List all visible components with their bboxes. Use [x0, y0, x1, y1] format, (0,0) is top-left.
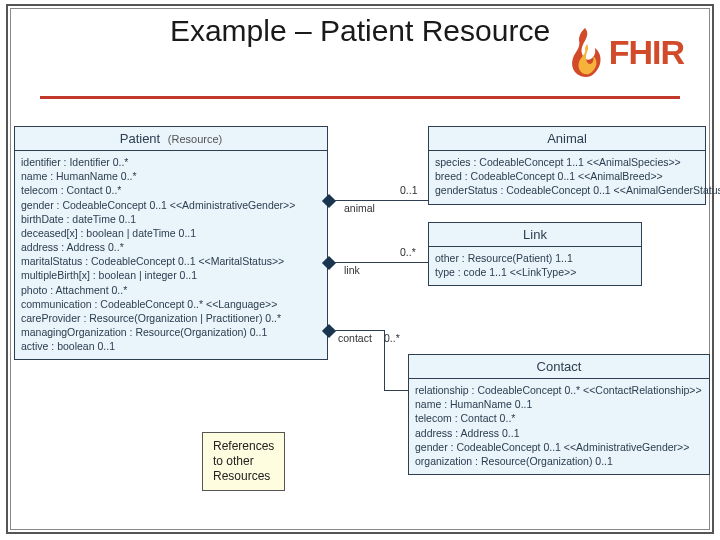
flame-icon — [567, 24, 607, 80]
uml-attr: managingOrganization : Resource(Organiza… — [21, 325, 321, 339]
uml-class-animal-title: Animal — [429, 127, 705, 151]
uml-attr: active : boolean 0..1 — [21, 339, 321, 353]
uml-attr: genderStatus : CodeableConcept 0..1 <<An… — [435, 183, 699, 197]
uml-class-contact-title: Contact — [409, 355, 709, 379]
callout-line: Resources — [213, 469, 274, 484]
uml-attr: gender : CodeableConcept 0..1 <<Administ… — [21, 198, 321, 212]
uml-attr: photo : Attachment 0..* — [21, 283, 321, 297]
edge-patient-animal-v — [428, 168, 429, 201]
uml-attr: maritalStatus : CodeableConcept 0..1 <<M… — [21, 254, 321, 268]
uml-class-patient: Patient (Resource) identifier : Identifi… — [14, 126, 328, 360]
callout-line: to other — [213, 454, 274, 469]
edge-role-link: link — [344, 264, 360, 276]
uml-attr: multipleBirth[x] : boolean | integer 0..… — [21, 268, 321, 282]
uml-class-patient-title: Patient (Resource) — [15, 127, 327, 151]
uml-attr: relationship : CodeableConcept 0..* <<Co… — [415, 383, 703, 397]
uml-attr: type : code 1..1 <<LinkType>> — [435, 265, 635, 279]
uml-class-contact-name: Contact — [537, 359, 582, 374]
fhir-logo-text: FHIR — [609, 33, 684, 72]
edge-mult-link: 0..* — [400, 246, 416, 258]
uml-attr: name : HumanName 0..* — [21, 169, 321, 183]
uml-class-link-title: Link — [429, 223, 641, 247]
uml-attr: gender : CodeableConcept 0..1 <<Administ… — [415, 440, 703, 454]
edge-patient-contact-h1 — [334, 330, 384, 331]
uml-attr: organization : Resource(Organization) 0.… — [415, 454, 703, 468]
uml-attr: birthDate : dateTime 0..1 — [21, 212, 321, 226]
edge-patient-link — [334, 262, 428, 263]
uml-class-contact-body: relationship : CodeableConcept 0..* <<Co… — [409, 379, 709, 474]
uml-attr: address : Address 0..* — [21, 240, 321, 254]
uml-class-patient-stereo: (Resource) — [168, 133, 222, 145]
uml-class-patient-body: identifier : Identifier 0..* name : Huma… — [15, 151, 327, 359]
edge-mult-contact: 0..* — [384, 332, 400, 344]
uml-attr: breed : CodeableConcept 0..1 <<AnimalBre… — [435, 169, 699, 183]
uml-attr: communication : CodeableConcept 0..* <<L… — [21, 297, 321, 311]
uml-class-animal-name: Animal — [547, 131, 587, 146]
title-divider — [40, 96, 680, 99]
uml-attr: telecom : Contact 0..* — [21, 183, 321, 197]
uml-attr: address : Address 0..1 — [415, 426, 703, 440]
edge-role-animal: animal — [344, 202, 375, 214]
edge-mult-animal: 0..1 — [400, 184, 418, 196]
callout-references: References to other Resources — [202, 432, 285, 491]
edge-patient-animal — [334, 200, 428, 201]
uml-class-link-name: Link — [523, 227, 547, 242]
edge-patient-contact-h2 — [384, 390, 408, 391]
uml-class-contact: Contact relationship : CodeableConcept 0… — [408, 354, 710, 475]
uml-attr: careProvider : Resource(Organization | P… — [21, 311, 321, 325]
uml-class-animal: Animal species : CodeableConcept 1..1 <<… — [428, 126, 706, 205]
callout-line: References — [213, 439, 274, 454]
uml-class-patient-name: Patient — [120, 131, 160, 146]
uml-attr: other : Resource(Patient) 1..1 — [435, 251, 635, 265]
uml-attr: species : CodeableConcept 1..1 <<AnimalS… — [435, 155, 699, 169]
uml-attr: telecom : Contact 0..* — [415, 411, 703, 425]
uml-class-link: Link other : Resource(Patient) 1..1 type… — [428, 222, 642, 286]
fhir-logo: FHIR — [567, 24, 684, 80]
uml-attr: deceased[x] : boolean | dateTime 0..1 — [21, 226, 321, 240]
uml-class-link-body: other : Resource(Patient) 1..1 type : co… — [429, 247, 641, 285]
uml-attr: name : HumanName 0..1 — [415, 397, 703, 411]
uml-class-animal-body: species : CodeableConcept 1..1 <<AnimalS… — [429, 151, 705, 204]
edge-role-contact: contact — [338, 332, 372, 344]
uml-attr: identifier : Identifier 0..* — [21, 155, 321, 169]
